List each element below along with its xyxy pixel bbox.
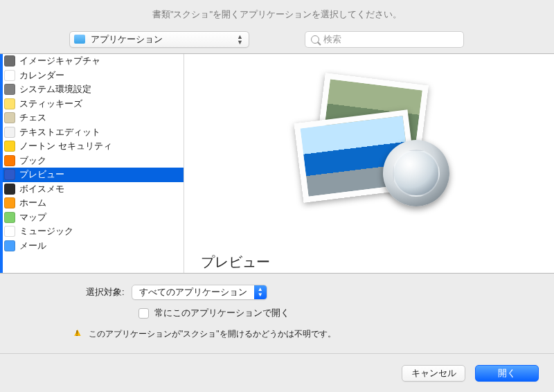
mail-icon (4, 240, 15, 251)
warning-text: このアプリケーションが"スクショ"を開けるかどうかは不明です。 (89, 328, 336, 340)
search-icon (311, 35, 319, 44)
cancel-button[interactable]: キャンセル (402, 365, 465, 382)
list-item-label: ボイスメモ (19, 183, 64, 195)
list-item-label: ブック (19, 154, 46, 167)
voice-icon (4, 184, 15, 195)
list-item[interactable]: イメージキャプチャ (0, 54, 184, 69)
list-item-label: チェス (19, 112, 46, 124)
list-item[interactable]: ホーム (0, 196, 184, 211)
search-placeholder: 検索 (323, 33, 341, 46)
shield-icon (4, 141, 15, 152)
list-item-label: ノートン セキュリティ (19, 140, 112, 152)
note-icon (4, 98, 15, 109)
home-icon (4, 197, 15, 208)
list-item[interactable]: ボイスメモ (0, 182, 184, 197)
list-item[interactable]: ブック (0, 154, 184, 168)
location-popup[interactable]: アプリケーション ▲▼ (69, 31, 249, 48)
list-item-label: ミュージック (19, 225, 73, 238)
list-item-label: プレビュー (19, 168, 64, 181)
list-item-label: システム環境設定 (19, 83, 91, 96)
list-item-label: スティッキーズ (19, 98, 82, 110)
filter-select[interactable]: すべてのアプリケーション ▲▼ (132, 285, 267, 300)
app-large-icon (293, 75, 445, 206)
gear-icon (4, 84, 15, 95)
chess-icon (4, 112, 15, 123)
open-button[interactable]: 開く (475, 365, 539, 382)
list-item-label: メール (19, 240, 46, 252)
book-icon (4, 155, 15, 166)
preview-icon (4, 169, 15, 180)
list-item[interactable]: マップ (0, 211, 184, 225)
application-list[interactable]: イメージキャプチャカレンダーシステム環境設定スティッキーズチェステキストエディッ… (0, 54, 184, 273)
filter-value: すべてのアプリケーション (139, 286, 247, 299)
camera-icon (4, 55, 15, 66)
preview-pane: プレビュー (184, 54, 554, 273)
list-item[interactable]: ノートン セキュリティ (0, 139, 184, 154)
chevron-updown-icon: ▲▼ (235, 34, 244, 45)
finder-columns: イメージキャプチャカレンダーシステム環境設定スティッキーズチェステキストエディッ… (0, 54, 554, 273)
list-item[interactable]: プレビュー (0, 168, 184, 182)
list-item[interactable]: ミュージック (0, 224, 184, 239)
list-item[interactable]: チェス (0, 111, 184, 125)
loupe-icon (383, 140, 449, 206)
textedit-icon (4, 127, 15, 138)
instruction-text: 書類"スクショ"を開くアプリケーションを選択してください。 (0, 0, 554, 29)
list-item[interactable]: カレンダー (0, 69, 184, 83)
list-item[interactable]: メール (0, 239, 184, 253)
list-item[interactable]: テキストエディット (0, 125, 184, 140)
calendar-icon (4, 70, 15, 81)
list-item-label: ホーム (19, 197, 46, 209)
map-icon (4, 212, 15, 223)
location-label: アプリケーション (91, 33, 163, 46)
list-item[interactable]: システム環境設定 (0, 82, 184, 97)
list-item-label: カレンダー (19, 69, 64, 82)
list-item[interactable]: スティッキーズ (0, 97, 184, 112)
selection-strip (0, 54, 3, 273)
folder-icon (74, 35, 85, 44)
options-pane: 選択対象: すべてのアプリケーション ▲▼ 常にこのアプリケーションで開く この… (0, 273, 554, 349)
music-icon (4, 226, 15, 237)
warning-icon (72, 328, 83, 339)
always-open-label: 常にこのアプリケーションで開く (154, 307, 289, 319)
dialog-footer: キャンセル 開く (0, 353, 554, 392)
list-item-label: イメージキャプチャ (19, 55, 100, 67)
list-item-label: マップ (19, 211, 46, 224)
filter-label: 選択対象: (86, 286, 125, 299)
always-open-checkbox[interactable] (138, 308, 149, 319)
search-input[interactable]: 検索 (305, 31, 464, 48)
chevron-updown-icon: ▲▼ (254, 285, 267, 299)
preview-title: プレビュー (201, 253, 270, 271)
toolbar: アプリケーション ▲▼ 検索 (0, 29, 554, 54)
list-item-label: テキストエディット (19, 126, 100, 139)
